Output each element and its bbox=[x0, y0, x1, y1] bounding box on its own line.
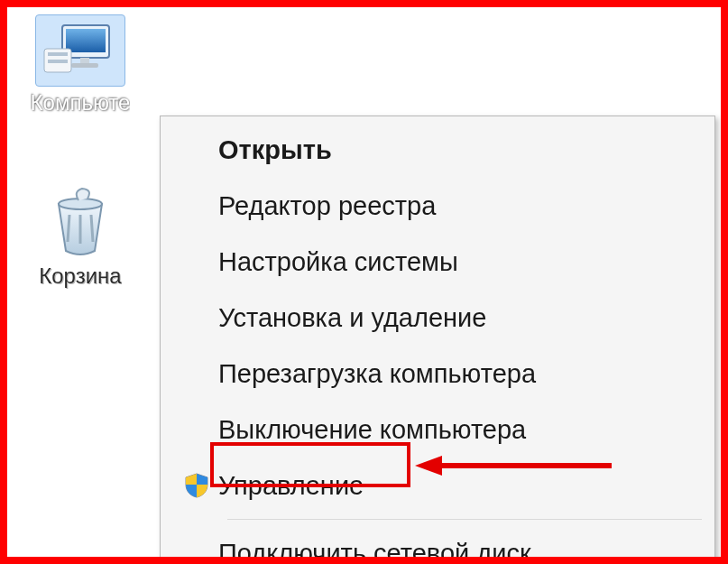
menu-item-manage[interactable]: Управление bbox=[162, 458, 713, 513]
svg-point-7 bbox=[59, 199, 102, 209]
desktop-icon-computer[interactable]: Компьюте bbox=[13, 14, 148, 116]
uac-shield-icon bbox=[175, 472, 218, 499]
menu-item-registry-editor[interactable]: Редактор реестра bbox=[162, 178, 713, 234]
svg-rect-3 bbox=[71, 63, 98, 68]
menu-item-install-uninstall[interactable]: Установка и удаление bbox=[162, 290, 713, 346]
svg-rect-5 bbox=[48, 52, 68, 56]
desktop: Компьюте Корзина Открыть bbox=[7, 7, 721, 557]
menu-item-restart-computer[interactable]: Перезагрузка компьютера bbox=[162, 346, 713, 402]
desktop-icon-label: Корзина bbox=[39, 264, 121, 289]
desktop-icon-recycle-bin[interactable]: Корзина bbox=[13, 188, 148, 289]
context-menu: Открыть Редактор реестра Настройка систе… bbox=[160, 116, 715, 564]
menu-item-shutdown-computer[interactable]: Выключение компьютера bbox=[162, 402, 713, 458]
menu-item-map-network-drive[interactable]: Подключить сетевой диск... bbox=[162, 525, 713, 564]
menu-separator bbox=[227, 519, 702, 520]
recycle-bin-icon bbox=[35, 188, 125, 260]
computer-icon bbox=[35, 14, 125, 87]
svg-rect-2 bbox=[80, 58, 89, 63]
menu-item-system-settings[interactable]: Настройка системы bbox=[162, 234, 713, 290]
desktop-icon-label: Компьюте bbox=[31, 90, 131, 116]
svg-rect-1 bbox=[66, 29, 106, 52]
menu-item-open[interactable]: Открыть bbox=[162, 122, 713, 178]
svg-rect-6 bbox=[48, 60, 68, 63]
